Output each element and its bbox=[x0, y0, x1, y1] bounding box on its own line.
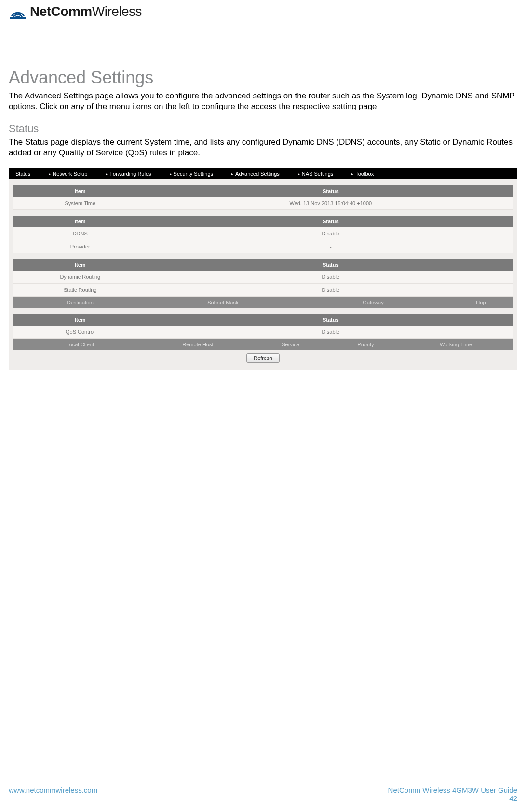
table-row: System Time Wed, 13 Nov 2013 15:04:40 +1… bbox=[13, 197, 513, 210]
table-system-time: Item Status System Time Wed, 13 Nov 2013… bbox=[13, 185, 513, 210]
sub-working-time: Working Time bbox=[398, 339, 513, 350]
nav-advanced-settings[interactable]: ▸Advanced Settings bbox=[225, 168, 291, 179]
table-ddns: Item Status DDNS Disable Provider - bbox=[13, 216, 513, 253]
nav-nas-settings[interactable]: ▸NAS Settings bbox=[291, 168, 345, 179]
nav-forwarding-rules[interactable]: ▸Forwarding Rules bbox=[99, 168, 162, 179]
th-item: Item bbox=[13, 314, 148, 326]
caret-right-icon: ▸ bbox=[298, 172, 300, 176]
th-status: Status bbox=[148, 216, 513, 227]
table-row: DDNS Disable bbox=[13, 227, 513, 240]
nav-security-settings[interactable]: ▸Security Settings bbox=[163, 168, 225, 179]
cell-value: Wed, 13 Nov 2013 15:04:40 +1000 bbox=[148, 197, 513, 210]
table-row: Provider - bbox=[13, 240, 513, 253]
sub-service: Service bbox=[248, 339, 333, 350]
cell-label: Provider bbox=[13, 240, 148, 253]
intro-paragraph: The Advanced Settings page allows you to… bbox=[9, 91, 517, 112]
router-nav: Status ▸Network Setup ▸Forwarding Rules … bbox=[9, 168, 517, 179]
router-ui-panel: Status ▸Network Setup ▸Forwarding Rules … bbox=[9, 168, 517, 370]
caret-right-icon: ▸ bbox=[351, 172, 353, 176]
nav-network-setup[interactable]: ▸Network Setup bbox=[42, 168, 99, 179]
table-row: Static Routing Disable bbox=[13, 284, 513, 297]
cell-label: Dynamic Routing bbox=[13, 271, 148, 284]
status-paragraph: The Status page displays the current Sys… bbox=[9, 137, 517, 158]
page-title: Advanced Settings bbox=[9, 68, 517, 88]
cell-value: Disable bbox=[148, 227, 513, 240]
refresh-row: Refresh bbox=[9, 350, 517, 370]
table-routing: Item Status Dynamic Routing Disable Stat… bbox=[13, 259, 513, 308]
cell-label: System Time bbox=[13, 197, 148, 210]
wifi-arc-icon bbox=[9, 4, 27, 19]
page-footer: www.netcommwireless.com NetComm Wireless… bbox=[9, 783, 517, 802]
footer-right: NetComm Wireless 4GM3W User Guide 42 bbox=[388, 786, 517, 802]
caret-right-icon: ▸ bbox=[231, 172, 233, 176]
sub-gateway: Gateway bbox=[298, 297, 448, 308]
sub-remote-host: Remote Host bbox=[148, 339, 248, 350]
th-item: Item bbox=[13, 259, 148, 271]
brand-name-light: Wireless bbox=[92, 4, 142, 19]
caret-right-icon: ▸ bbox=[170, 172, 172, 176]
table-subheader: Destination Subnet Mask Gateway Hop bbox=[13, 297, 513, 308]
sub-hop: Hop bbox=[448, 297, 513, 308]
svg-rect-0 bbox=[10, 17, 26, 19]
th-item: Item bbox=[13, 216, 148, 227]
table-subheader: Local Client Remote Host Service Priorit… bbox=[13, 339, 513, 350]
caret-right-icon: ▸ bbox=[106, 172, 108, 176]
cell-value: Disable bbox=[148, 271, 513, 284]
refresh-button[interactable]: Refresh bbox=[246, 353, 280, 363]
th-status: Status bbox=[148, 259, 513, 271]
nav-status[interactable]: Status bbox=[9, 168, 42, 179]
brand-header: NetCommWireless bbox=[9, 4, 142, 19]
sub-destination: Destination bbox=[13, 297, 148, 308]
table-qos: Item Status QoS Control Disable Local Cl… bbox=[13, 314, 513, 350]
th-status: Status bbox=[148, 185, 513, 197]
cell-value: Disable bbox=[148, 284, 513, 297]
sub-local-client: Local Client bbox=[13, 339, 148, 350]
footer-url: www.netcommwireless.com bbox=[9, 786, 97, 802]
cell-label: DDNS bbox=[13, 227, 148, 240]
th-status: Status bbox=[148, 314, 513, 326]
cell-value: Disable bbox=[148, 326, 513, 339]
footer-page-number: 42 bbox=[388, 794, 517, 802]
cell-label: QoS Control bbox=[13, 326, 148, 339]
table-row: QoS Control Disable bbox=[13, 326, 513, 339]
caret-right-icon: ▸ bbox=[49, 172, 51, 176]
cell-value: - bbox=[148, 240, 513, 253]
table-row: Dynamic Routing Disable bbox=[13, 271, 513, 284]
page-content: Advanced Settings The Advanced Settings … bbox=[9, 68, 517, 370]
brand-name-bold: NetComm bbox=[30, 4, 92, 19]
brand-name: NetCommWireless bbox=[30, 4, 142, 19]
sub-priority: Priority bbox=[333, 339, 398, 350]
status-heading: Status bbox=[9, 123, 517, 135]
th-item: Item bbox=[13, 185, 148, 197]
footer-guide: NetComm Wireless 4GM3W User Guide bbox=[388, 786, 517, 794]
sub-subnet-mask: Subnet Mask bbox=[148, 297, 298, 308]
cell-label: Static Routing bbox=[13, 284, 148, 297]
nav-toolbox[interactable]: ▸Toolbox bbox=[345, 168, 385, 179]
